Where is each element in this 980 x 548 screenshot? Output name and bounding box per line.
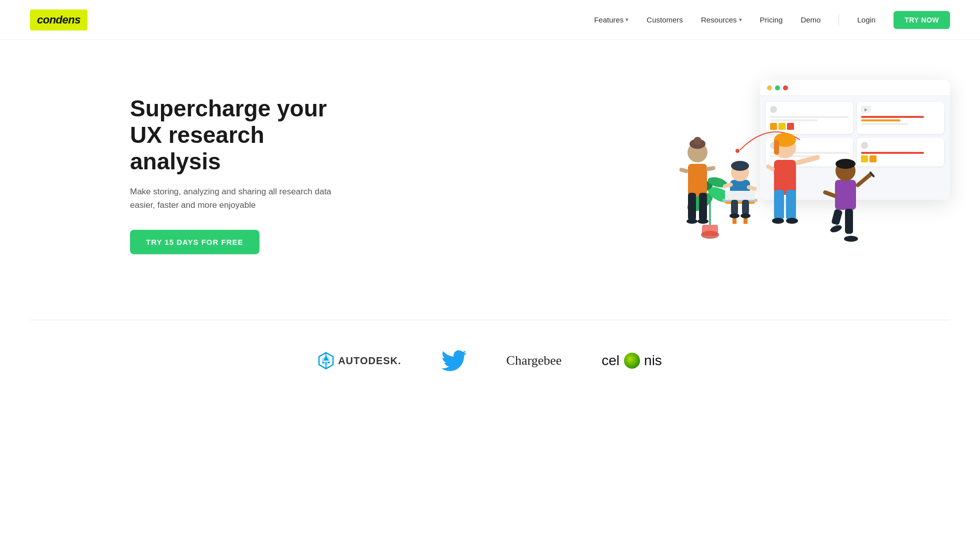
twitter-bird-icon bbox=[442, 350, 466, 371]
svg-rect-32 bbox=[688, 164, 707, 196]
try-now-button[interactable]: TRY NOW bbox=[894, 11, 950, 29]
hero-text: Supercharge your UX research analysis Ma… bbox=[130, 95, 340, 254]
svg-rect-49 bbox=[845, 209, 853, 234]
nav-features[interactable]: Features ▾ bbox=[594, 15, 628, 24]
navigation: condens Features ▾ Customers Resources ▾… bbox=[0, 0, 980, 40]
hero-subtitle: Make storing, analyzing and sharing all … bbox=[130, 185, 340, 212]
nav-pricing[interactable]: Pricing bbox=[760, 15, 783, 24]
svg-point-51 bbox=[830, 224, 843, 233]
chevron-down-icon: ▾ bbox=[739, 16, 742, 23]
svg-rect-38 bbox=[679, 167, 688, 173]
person-standing-left bbox=[679, 137, 716, 224]
hero-title: Supercharge your UX research analysis bbox=[130, 95, 340, 175]
svg-point-41 bbox=[698, 219, 708, 224]
logo[interactable]: condens bbox=[30, 9, 88, 30]
svg-rect-29 bbox=[766, 164, 776, 172]
logo-celonis: cel nis bbox=[602, 353, 662, 369]
nav-links: Features ▾ Customers Resources ▾ Pricing… bbox=[594, 11, 950, 29]
window-dot-red bbox=[783, 85, 788, 90]
svg-rect-34 bbox=[699, 193, 707, 220]
svg-point-37 bbox=[694, 137, 702, 145]
celonis-dot-icon bbox=[624, 353, 640, 369]
svg-rect-15 bbox=[725, 191, 755, 200]
svg-point-40 bbox=[686, 219, 698, 224]
person-standing-blonde bbox=[766, 133, 820, 224]
svg-point-44 bbox=[836, 159, 856, 169]
svg-rect-39 bbox=[706, 166, 716, 171]
logos-section: AUTODESK. Chargebee cel nis bbox=[0, 320, 980, 411]
autodesk-icon bbox=[318, 352, 334, 370]
svg-point-21 bbox=[740, 213, 750, 218]
hero-section: Supercharge your UX research analysis Ma… bbox=[0, 40, 980, 320]
svg-point-30 bbox=[772, 218, 784, 224]
window-dot-green bbox=[775, 85, 780, 90]
svg-rect-23 bbox=[774, 190, 784, 220]
logo-text: condens bbox=[30, 9, 88, 30]
svg-rect-27 bbox=[774, 140, 779, 155]
window-bar bbox=[760, 80, 950, 96]
svg-rect-22 bbox=[774, 160, 796, 195]
svg-rect-42 bbox=[835, 180, 856, 210]
svg-point-13 bbox=[731, 161, 749, 171]
svg-rect-33 bbox=[688, 193, 696, 220]
svg-rect-18 bbox=[731, 200, 738, 215]
logo-twitter bbox=[442, 350, 466, 371]
svg-rect-19 bbox=[742, 200, 749, 215]
svg-point-50 bbox=[844, 236, 858, 242]
svg-rect-48 bbox=[831, 209, 842, 225]
try-free-button[interactable]: TRY 15 DAYS FOR FREE bbox=[130, 230, 260, 254]
chevron-down-icon: ▾ bbox=[626, 16, 628, 23]
person-kneeling bbox=[822, 159, 875, 242]
logo-chargebee: Chargebee bbox=[506, 353, 562, 368]
svg-rect-28 bbox=[795, 154, 820, 166]
nav-divider bbox=[838, 14, 839, 26]
hero-illustration: ▶ bbox=[650, 80, 950, 270]
nav-demo[interactable]: Demo bbox=[800, 15, 820, 24]
svg-rect-24 bbox=[786, 190, 796, 220]
login-link[interactable]: Login bbox=[857, 15, 876, 24]
logo-autodesk: AUTODESK. bbox=[318, 352, 401, 370]
svg-point-20 bbox=[730, 213, 740, 218]
svg-rect-45 bbox=[855, 172, 873, 188]
people-illustration bbox=[650, 100, 890, 270]
nav-resources[interactable]: Resources ▾ bbox=[701, 15, 742, 24]
nav-customers[interactable]: Customers bbox=[646, 15, 683, 24]
svg-rect-47 bbox=[822, 190, 837, 198]
svg-point-31 bbox=[786, 218, 798, 224]
window-dot-yellow bbox=[767, 85, 772, 90]
person-sitting bbox=[722, 161, 758, 224]
